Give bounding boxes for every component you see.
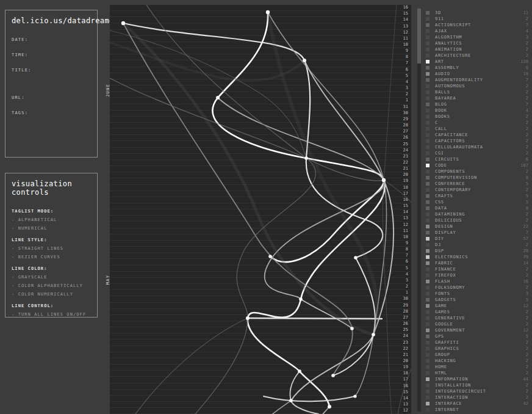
control-option[interactable]: - GRAYSCALE — [12, 275, 91, 280]
tag-checkbox[interactable] — [426, 127, 430, 131]
bookmark-line[interactable] — [384, 180, 411, 414]
tag-scrollbar-track[interactable] — [417, 9, 421, 412]
tag-checkbox[interactable] — [426, 121, 430, 125]
tag-checkbox[interactable] — [426, 267, 430, 271]
tag-row[interactable]: HOME2 — [426, 364, 528, 370]
tag-checkbox[interactable] — [426, 231, 430, 234]
tag-checkbox[interactable] — [426, 115, 430, 118]
tag-checkbox[interactable] — [426, 84, 430, 88]
tag-row[interactable]: AUTONOMOUS2 — [426, 83, 528, 89]
timeline-canvas[interactable]: 1615141312111098765432131302928272625242… — [110, 5, 411, 414]
tag-checkbox[interactable] — [426, 78, 430, 82]
tag-checkbox[interactable] — [426, 66, 430, 70]
tag-checkbox[interactable] — [426, 249, 430, 253]
tag-checkbox[interactable] — [426, 151, 430, 155]
bookmark-line[interactable] — [264, 396, 355, 401]
tag-row[interactable]: BLOG7 — [426, 101, 528, 107]
control-option[interactable]: - ALPHABETICAL — [12, 217, 91, 222]
tag-checkbox[interactable] — [426, 194, 430, 198]
bookmark-node[interactable] — [246, 316, 250, 320]
tag-row[interactable]: DESIGN22 — [426, 223, 528, 230]
bookmark-node[interactable] — [354, 256, 358, 260]
bookmark-node[interactable] — [304, 156, 308, 160]
tag-row[interactable]: CGI2 — [426, 150, 528, 156]
tag-checkbox[interactable] — [426, 206, 430, 210]
tag-row[interactable]: AUDIO18 — [426, 71, 528, 77]
bookmark-node[interactable] — [328, 405, 331, 409]
tag-checkbox[interactable] — [426, 377, 430, 381]
control-option[interactable]: - BEZIER CURVES — [12, 255, 91, 260]
tag-row[interactable]: HACKING2 — [426, 358, 528, 364]
tag-checkbox[interactable] — [426, 17, 430, 21]
tag-checkbox[interactable] — [426, 176, 430, 180]
tag-row[interactable]: GADGETS5 — [426, 297, 528, 303]
tag-row[interactable]: GENERATIVE2 — [426, 315, 528, 321]
tag-row[interactable]: ARCHITECTURE2 — [426, 53, 528, 59]
tag-row[interactable]: FABRIC14 — [426, 260, 528, 266]
tag-checkbox[interactable] — [426, 310, 430, 314]
bookmark-node[interactable] — [299, 297, 303, 301]
tag-row[interactable]: C2 — [426, 120, 528, 126]
tag-checkbox[interactable] — [426, 170, 430, 173]
tag-checkbox[interactable] — [426, 219, 430, 222]
tag-checkbox[interactable] — [426, 396, 430, 399]
tag-row[interactable]: FONTS3 — [426, 291, 528, 297]
bookmark-line[interactable] — [248, 318, 382, 319]
bookmark-line[interactable] — [146, 5, 316, 414]
bookmark-node[interactable] — [331, 374, 335, 377]
tag-checkbox[interactable] — [426, 359, 430, 363]
tag-checkbox[interactable] — [426, 139, 430, 143]
tag-row[interactable]: DIY57 — [426, 236, 528, 242]
tag-row[interactable]: ART120 — [426, 59, 528, 65]
tag-checkbox[interactable] — [426, 261, 430, 265]
tag-checkbox[interactable] — [426, 200, 430, 204]
tag-row[interactable]: DISPLAY7 — [426, 230, 528, 236]
bookmark-node[interactable] — [382, 178, 386, 182]
tag-checkbox[interactable] — [426, 408, 430, 412]
tag-checkbox[interactable] — [426, 243, 430, 247]
tag-checkbox[interactable] — [426, 390, 430, 393]
tag-checkbox[interactable] — [426, 164, 430, 167]
tag-checkbox[interactable] — [426, 371, 430, 375]
tag-checkbox[interactable] — [426, 316, 430, 320]
tag-checkbox[interactable] — [426, 286, 430, 289]
tag-checkbox[interactable] — [426, 158, 430, 161]
tag-row[interactable]: ANALYTICS2 — [426, 40, 528, 46]
tag-checkbox[interactable] — [426, 353, 430, 357]
tag-checkbox[interactable] — [426, 109, 430, 112]
tag-checkbox[interactable] — [426, 90, 430, 94]
bookmark-node[interactable] — [372, 333, 375, 336]
tag-row[interactable]: FOLKSONOMY2 — [426, 285, 528, 291]
tag-checkbox[interactable] — [426, 402, 430, 405]
bookmark-line[interactable] — [287, 407, 329, 414]
tag-row[interactable]: ELECTRONICS79 — [426, 254, 528, 260]
tag-checkbox[interactable] — [426, 48, 430, 51]
tag-checkbox[interactable] — [426, 347, 430, 350]
bookmark-node[interactable] — [216, 96, 220, 100]
bookmark-node[interactable] — [350, 327, 354, 330]
tag-checkbox[interactable] — [426, 42, 430, 45]
tag-row[interactable]: CIRCUITS6 — [426, 156, 528, 162]
bookmark-line[interactable] — [290, 371, 318, 414]
tag-checkbox[interactable] — [426, 280, 430, 283]
tag-row[interactable]: CSS5 — [426, 199, 528, 205]
tag-checkbox[interactable] — [426, 255, 430, 259]
tag-row[interactable]: CONTEMPORARY2 — [426, 187, 528, 193]
tag-row[interactable]: CODE107 — [426, 162, 528, 169]
tag-row[interactable]: ANIMATION2 — [426, 46, 528, 53]
tag-checkbox[interactable] — [426, 11, 430, 15]
tag-row[interactable]: CONFERENCE5 — [426, 181, 528, 187]
tag-checkbox[interactable] — [426, 103, 430, 106]
tag-row[interactable]: CELLULARAUTOMATA2 — [426, 144, 528, 150]
tag-checkbox[interactable] — [426, 225, 430, 228]
tag-checkbox[interactable] — [426, 96, 430, 100]
bookmark-node[interactable] — [121, 21, 125, 25]
tag-checkbox[interactable] — [426, 274, 430, 277]
tag-row[interactable]: DELICIOUS2 — [426, 217, 528, 223]
bookmark-line[interactable] — [248, 180, 385, 407]
tag-row[interactable]: DATA8 — [426, 205, 528, 211]
tag-checkbox[interactable] — [426, 298, 430, 302]
tag-checkbox[interactable] — [426, 365, 430, 369]
tag-row[interactable]: FLASH16 — [426, 278, 528, 285]
tag-checkbox[interactable] — [426, 212, 430, 216]
